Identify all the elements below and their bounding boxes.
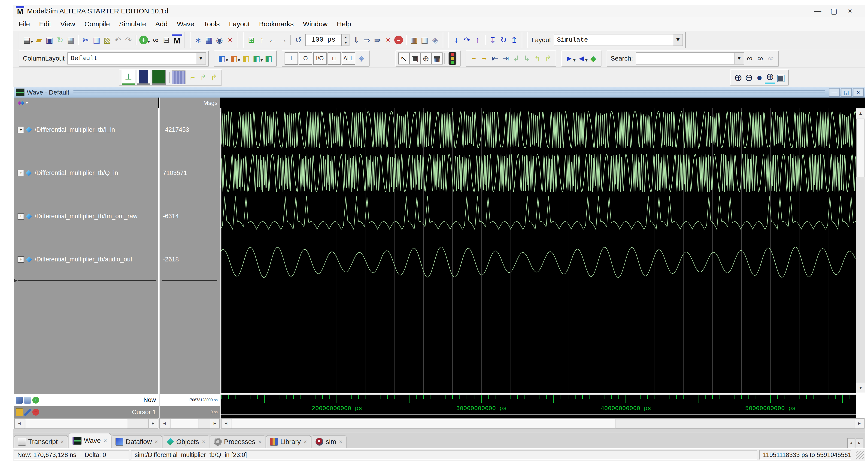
filter-input-button[interactable]: I [285,52,298,65]
tab-close-icon[interactable]: × [304,438,307,445]
signal-name[interactable]: /Differential_multiplier_tb/fm_out_raw [35,213,137,220]
stop-button[interactable]: × [383,34,393,46]
run-length-input[interactable] [305,34,342,46]
scrollbar-thumb[interactable] [170,419,198,428]
edit-invert-button[interactable]: ⌐ [187,71,198,83]
tab-sim[interactable]: sim× [312,435,346,448]
menu-layout[interactable]: Layout [229,20,250,28]
tab-library[interactable]: Library× [266,435,311,448]
signal-name[interactable]: /Differential_multiplier_tb/audio_out [35,256,132,263]
wave-canvas[interactable] [221,108,856,393]
menu-tools[interactable]: Tools [204,20,220,28]
signal-row[interactable]: +/Differential_multiplier_tb/Q_in [14,151,158,195]
menu-wave[interactable]: Wave [177,20,194,28]
tab-close-icon[interactable]: × [339,438,342,445]
back-button[interactable]: ← [267,34,278,46]
paste-button[interactable]: ▧ [102,34,113,46]
step-over-current-button[interactable]: ↻ [498,34,509,46]
edit-cursor-icon[interactable] [24,409,31,416]
menu-edit[interactable]: Edit [39,20,51,28]
collapse-time-dropdown-icon[interactable]: ▾ [585,57,588,63]
expand-signal-button[interactable]: + [18,127,24,133]
compile-button[interactable]: ∗ [193,34,204,46]
expand-signal-button[interactable]: + [18,213,24,220]
wave-apply-format-button[interactable]: ◧ [263,53,274,64]
stop-drawing-button[interactable] [448,52,456,65]
break-now-button[interactable]: – [394,36,403,45]
environment-up-button[interactable]: ⊞ [246,34,257,46]
wave-vertical-scrollbar[interactable]: ▲ ▼ [856,108,865,393]
reload-button[interactable]: ↻ [55,34,65,46]
scroll-right-icon[interactable]: ► [148,418,158,428]
tab-close-icon[interactable]: × [202,438,205,445]
chevron-down-icon[interactable]: ▼ [673,34,683,46]
delete-cursor-icon[interactable]: − [32,409,39,416]
zoom-out-button[interactable]: ⊖ [744,71,754,83]
timeline-ruler[interactable]: 20000000000 ps30000000000 ps40000000000 … [221,393,856,418]
wave-colors-button[interactable]: ◈ [356,53,367,64]
menu-help[interactable]: Help [337,20,351,28]
maximize-button[interactable]: ▢ [826,6,842,17]
chevron-down-icon[interactable]: ▼ [196,53,206,64]
menu-add[interactable]: Add [155,20,167,28]
lock-cursor-icon[interactable] [16,408,23,416]
scroll-left-icon[interactable]: ◄ [221,418,231,428]
expand-all-time-button[interactable]: ◆ [588,53,599,64]
next-falling-edge-button[interactable]: ↳ [522,53,532,64]
run-length-increment-button[interactable]: ▲ [342,34,349,40]
tab-objects[interactable]: Objects× [163,435,209,448]
msgs-column-header[interactable]: Msgs [159,97,220,108]
waveform-plot[interactable] [221,108,856,393]
up-level-button[interactable]: ↑ [257,34,267,46]
close-button[interactable]: × [842,6,858,17]
menu-compile[interactable]: Compile [85,20,110,28]
filter-output-button[interactable]: O [299,52,312,65]
wave-close-button[interactable]: × [853,88,864,97]
edit-pattern-button[interactable] [172,70,185,84]
scroll-left-icon[interactable]: ◄ [14,418,24,428]
zoom-mode-button[interactable]: ▣ [409,53,421,64]
filter-inout-button[interactable]: I/O [313,52,327,65]
expand-signal-button[interactable]: + [18,170,24,176]
search-options-button[interactable]: ∞ [766,53,776,64]
wave-save-format-dropdown-icon[interactable]: ▾ [260,57,263,63]
step-into-button[interactable]: ↓ [451,34,462,46]
zoom-in-button[interactable]: ⊕ [733,71,744,83]
scroll-down-icon[interactable]: ▼ [856,383,865,393]
new-file-dropdown-icon[interactable]: ▾ [31,39,33,45]
scrollbar-thumb[interactable] [232,419,616,428]
tab-dataflow[interactable]: Dataflow× [112,435,162,448]
menu-view[interactable]: View [60,20,75,28]
run-length-decrement-button[interactable]: ▼ [342,40,349,46]
cut-button[interactable]: ✂ [81,34,91,46]
filter-all-button[interactable]: ALL [342,52,355,65]
edit-falling-edge-button[interactable]: ↱ [209,71,219,83]
chevron-down-icon[interactable]: ▼ [734,53,744,64]
add-cursor-icon[interactable]: + [32,397,39,404]
layout-combobox[interactable]: Simulate ▼ [554,34,683,46]
run-all-button[interactable]: ⇛ [372,34,383,46]
tab-processes[interactable]: Processes× [210,435,266,448]
step-out-current-button[interactable]: ↥ [509,34,520,46]
search-combobox[interactable]: ▼ [636,53,744,64]
zoom-cursor-button[interactable]: ⊕ [765,70,775,84]
wave-options-button[interactable]: ▾ [14,97,158,108]
signal-name[interactable]: /Differential_multiplier_tb/Q_in [35,169,118,177]
simulate-button[interactable]: ◉ [214,34,225,46]
tab-close-icon[interactable]: × [61,438,64,445]
step-over-button[interactable]: ↷ [462,34,472,46]
next-transition-button[interactable]: ⇥ [500,53,511,64]
tab-transcript[interactable]: Transcript× [14,435,68,448]
step-into-current-button[interactable]: ↧ [488,34,498,46]
signal-row[interactable]: +/Differential_multiplier_tb/audio_out [14,238,158,281]
delete-cursor-button[interactable]: ¬ [479,53,490,64]
break-compile-button[interactable]: × [225,34,235,46]
profile-report-button[interactable]: ▥ [419,34,430,46]
search-reverse-button[interactable]: ∞ [744,53,755,64]
edit-force-high-button[interactable] [137,70,150,85]
collapse-sections-button[interactable]: ⊟ [161,34,172,46]
run-continue-button[interactable]: ⇒ [362,34,372,46]
scrollbar-thumb[interactable] [857,119,865,177]
run-button[interactable]: ⇓ [351,34,362,46]
menu-window[interactable]: Window [303,20,328,28]
